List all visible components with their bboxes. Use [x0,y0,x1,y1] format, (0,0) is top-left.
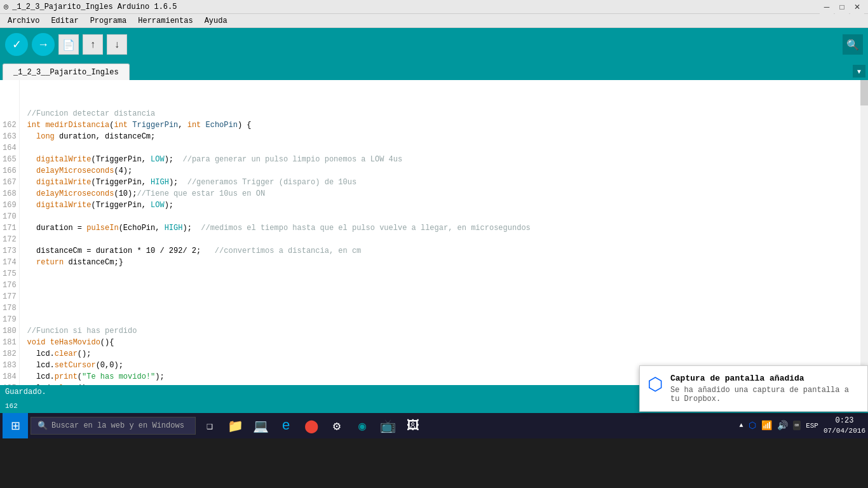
code-editor: 162 163 164 165 166 167 168 169 170 171 … [0,80,868,385]
title-controls: ─ □ ✕ [820,0,864,14]
minimize-button[interactable]: ─ [820,0,834,14]
volume-icon[interactable]: 🔊 [777,420,788,431]
task-view-button[interactable]: ❑ [198,414,221,437]
vertical-scrollbar[interactable] [860,80,868,385]
verify-button[interactable]: ✓ [5,33,28,56]
notification-body: Se ha añadido una captura de pantalla a … [670,386,860,403]
search-button[interactable]: 🔍 [843,34,863,55]
time-display: 0:23 [824,416,865,426]
network-icon[interactable]: 📶 [761,420,772,431]
menu-bar: Archivo Editar Programa Herramientas Ayu… [0,14,868,28]
edge-icon[interactable]: e [275,414,297,437]
tab-bar: _1_2_3__Pajarito_Ingles ▼ [0,61,868,80]
save-button[interactable]: ↓ [107,34,127,55]
status-text: Guardado. [5,388,46,396]
menu-editar[interactable]: Editar [46,15,83,27]
title-bar: ◎ _1_2_3_Pajarito_Ingles Arduino 1.6.5 ─… [0,0,868,14]
app8-icon[interactable]: 🖼 [402,414,424,437]
taskbar-search-box[interactable]: 🔍 Buscar en la web y en Windows [31,417,196,435]
taskbar-search-text: Buscar en la web y en Windows [51,421,184,430]
date-display: 07/04/2016 [824,426,865,435]
system-tray-chevron[interactable]: ▲ [740,422,743,429]
menu-ayuda[interactable]: Ayuda [200,15,233,27]
taskbar: ⊞ 🔍 Buscar en la web y en Windows ❑ 📁 💻 … [0,413,868,438]
tab-arrow-button[interactable]: ▼ [853,65,865,78]
tab-label: _1_2_3__Pajarito_Ingles [13,68,119,77]
notification-content: Captura de pantalla añadida Se ha añadid… [670,374,860,403]
clock[interactable]: 0:23 07/04/2016 [824,416,865,435]
code-content-wrapper[interactable]: //Funcion detectar distancia int medirDi… [20,80,868,385]
taskbar-right: ▲ ⬡ 📶 🔊 ⌨ ESP 0:23 07/04/2016 [740,416,865,435]
active-tab[interactable]: _1_2_3__Pajarito_Ingles [3,64,130,80]
window-title: _1_2_3_Pajarito_Ingles Arduino 1.6.5 [12,3,177,11]
file-explorer-icon[interactable]: 📁 [224,414,247,437]
app5-icon[interactable]: ⚙ [325,414,348,437]
app7-icon[interactable]: 📺 [376,414,399,437]
line-numbers: 162 163 164 165 166 167 168 169 170 171 … [0,80,20,385]
keyboard-icon[interactable]: ⌨ [793,421,801,430]
code-text[interactable]: //Funcion detectar distancia int medirDi… [20,80,868,385]
new-button[interactable]: 📄 [58,34,79,55]
toolbar: ✓ → 📄 ↑ ↓ 🔍 [0,28,868,61]
upload-button[interactable]: → [32,33,55,56]
search-icon: 🔍 [37,421,48,431]
dropbox-notification: ⬡ Captura de pantalla añadida Se ha añad… [639,365,868,412]
notification-title: Captura de pantalla añadida [670,374,860,383]
chrome-icon[interactable]: ⬤ [300,414,323,437]
title-left: ◎ _1_2_3_Pajarito_Ingles Arduino 1.6.5 [4,2,177,11]
menu-archivo[interactable]: Archivo [3,15,44,27]
open-button[interactable]: ↑ [83,34,103,55]
arduino-icon[interactable]: ◉ [351,414,374,437]
start-button[interactable]: ⊞ [3,413,28,438]
scrollbar-thumb[interactable] [860,80,868,105]
menu-programa[interactable]: Programa [85,15,132,27]
maximize-button[interactable]: □ [835,0,849,14]
close-button[interactable]: ✕ [850,0,864,14]
line-number-info: 162 [5,402,18,410]
settings-icon[interactable]: 💻 [249,414,272,437]
dropbox-icon: ⬡ [648,374,663,395]
menu-herramientas[interactable]: Herramientas [133,15,198,27]
language-indicator: ESP [806,422,818,430]
app-logo: ◎ [4,2,8,11]
dropbox-tray-icon[interactable]: ⬡ [749,420,756,431]
